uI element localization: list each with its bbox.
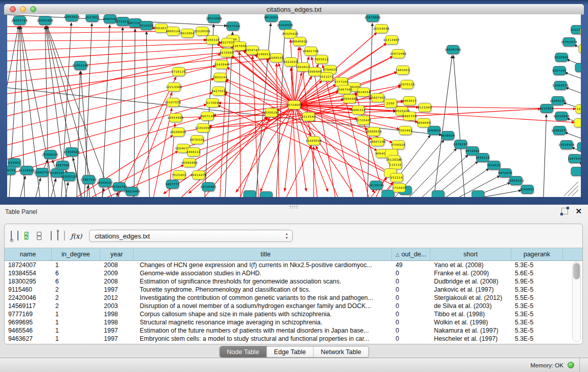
graph-node[interactable]: 9777169 bbox=[334, 78, 349, 86]
graph-node[interactable]: 19166825 bbox=[170, 128, 186, 137]
graph-node[interactable]: 11156829 bbox=[18, 166, 35, 175]
graph-node[interactable]: 2986322 bbox=[351, 106, 365, 115]
delete-column-icon[interactable] bbox=[57, 231, 58, 240]
graph-node[interactable]: 17016504 bbox=[558, 141, 575, 149]
graph-node[interactable]: 9329966 bbox=[554, 53, 569, 62]
graph-node[interactable]: 9245652 bbox=[520, 185, 534, 194]
graph-node[interactable]: 2803144 bbox=[213, 73, 227, 82]
tab-network-table[interactable]: Network Table bbox=[314, 346, 368, 357]
graph-node[interactable]: 9457771 bbox=[165, 180, 180, 189]
graph-node[interactable]: 15720407 bbox=[355, 116, 372, 125]
tab-node-table[interactable]: Node Table bbox=[220, 346, 267, 357]
table-mode-icon[interactable] bbox=[37, 232, 41, 240]
column-header-title[interactable]: title bbox=[134, 248, 392, 260]
graph-node[interactable]: 12213383 bbox=[166, 83, 182, 92]
graph-node[interactable]: 8471676 bbox=[498, 169, 512, 178]
graph-node[interactable]: 2367608 bbox=[232, 42, 247, 51]
graph-node[interactable]: 2718126 bbox=[171, 68, 186, 76]
graph-node[interactable]: 7565492 bbox=[398, 126, 412, 135]
column-header-short[interactable]: short bbox=[430, 248, 511, 260]
graph-node[interactable]: 12213967 bbox=[383, 36, 400, 45]
table-scrollbar[interactable] bbox=[572, 261, 581, 342]
graph-node[interactable] bbox=[244, 191, 256, 198]
table-row[interactable]: 1872400712008Changes of HCN gene express… bbox=[5, 261, 582, 269]
graph-node[interactable]: 939159 bbox=[7, 166, 15, 175]
tab-edge-table[interactable]: Edge Table bbox=[267, 346, 313, 357]
graph-node[interactable]: 20206526 bbox=[42, 150, 58, 159]
graph-node[interactable]: 16033809 bbox=[206, 14, 222, 23]
graph-node[interactable]: 1167534 bbox=[568, 155, 581, 163]
graph-node[interactable]: 935061 bbox=[8, 159, 20, 167]
graph-node[interactable]: 13042757 bbox=[34, 168, 50, 177]
graph-node[interactable]: 9397588 bbox=[55, 161, 70, 170]
graph-node[interactable] bbox=[577, 143, 581, 151]
graph-node[interactable]: 2935114 bbox=[475, 154, 490, 162]
graph-node[interactable]: 10497568 bbox=[336, 85, 353, 94]
graph-node[interactable]: 5875685 bbox=[220, 49, 234, 57]
graph-node[interactable]: 16914479 bbox=[190, 171, 207, 180]
graph-node[interactable]: 7557224 bbox=[226, 22, 240, 31]
create-column-icon[interactable] bbox=[51, 231, 52, 240]
graph-node[interactable]: 1527602 bbox=[85, 14, 99, 22]
table-options-icon[interactable]: ⚙ bbox=[11, 231, 12, 240]
column-header-pagerank[interactable]: pagerank bbox=[511, 248, 563, 260]
graph-node[interactable]: 115132 bbox=[389, 161, 402, 169]
graph-node[interactable]: 16099488 bbox=[181, 159, 198, 167]
graph-node[interactable]: 10654112 bbox=[508, 177, 524, 185]
graph-node[interactable]: 15992971 bbox=[551, 126, 568, 135]
graph-node[interactable]: 7625402 bbox=[172, 171, 186, 180]
table-row[interactable]: 977716911998Corpus callosum shape and si… bbox=[5, 310, 582, 318]
graph-node[interactable]: 12093873 bbox=[552, 81, 569, 90]
table-row[interactable]: 969969511998Structural magnetic resonanc… bbox=[5, 318, 582, 326]
column-header-out-degree[interactable]: △ out_de... bbox=[392, 248, 430, 260]
graph-node[interactable]: 1513545 bbox=[301, 113, 316, 121]
graph-node[interactable]: 16325419 bbox=[282, 30, 298, 38]
graph-node[interactable]: 16640910 bbox=[291, 37, 308, 46]
graph-node[interactable]: 9227341 bbox=[552, 67, 567, 75]
graph-node[interactable]: 9495758 bbox=[402, 112, 417, 121]
graph-node[interactable]: 16154838 bbox=[373, 25, 389, 33]
function-builder-icon[interactable]: ƒ(x) bbox=[71, 232, 82, 240]
close-panel-icon[interactable]: ✕ bbox=[575, 208, 582, 214]
graph-node[interactable]: 1621072 bbox=[319, 73, 334, 81]
graph-node[interactable] bbox=[260, 192, 272, 198]
graph-node[interactable]: 1640954 bbox=[427, 126, 441, 135]
network-canvas-container[interactable]: 2405572420091406106535271527602846616010… bbox=[7, 14, 581, 197]
graph-node[interactable]: 9242844 bbox=[214, 60, 229, 69]
graph-node[interactable]: 8427552 bbox=[211, 87, 226, 96]
graph-node[interactable]: 1733426 bbox=[392, 184, 406, 192]
graph-node[interactable]: 10923468 bbox=[124, 187, 140, 196]
graph-node[interactable]: 8215958 bbox=[539, 104, 554, 113]
graph-node[interactable]: 7515526 bbox=[139, 21, 154, 30]
table-row[interactable]: 1456911722003Disruption of a novel membe… bbox=[5, 302, 582, 310]
graph-node[interactable]: 8867130 bbox=[200, 112, 214, 121]
graph-node[interactable]: 12505115 bbox=[61, 172, 77, 181]
graph-node[interactable]: 16210643 bbox=[553, 112, 570, 121]
graph-node[interactable] bbox=[580, 28, 581, 36]
table-row[interactable]: 911546021997Tourette syndrome. Phenomeno… bbox=[5, 286, 582, 294]
graph-node[interactable]: 19716485 bbox=[200, 183, 216, 191]
graph-node[interactable]: 15218506 bbox=[277, 21, 293, 30]
graph-node[interactable]: 8813054 bbox=[264, 14, 278, 22]
network-canvas[interactable]: 2405572420091406106535271527602846616010… bbox=[7, 14, 581, 197]
graph-node[interactable]: 8938924 bbox=[441, 132, 455, 140]
graph-node[interactable] bbox=[472, 191, 484, 198]
table-select-dropdown[interactable]: citations_edges.txt ▲▼ bbox=[89, 230, 293, 242]
graph-node[interactable]: 9699695 bbox=[417, 119, 431, 127]
table-row[interactable]: 946362711997Embryonic stem cells: a mode… bbox=[5, 335, 582, 343]
graph-node[interactable]: 20564486 bbox=[341, 95, 358, 103]
column-header-year[interactable]: year bbox=[100, 248, 134, 260]
graph-node[interactable]: 15958 bbox=[576, 105, 581, 114]
graph-node[interactable]: 16648784 bbox=[445, 46, 461, 54]
graph-node[interactable]: 10107552 bbox=[165, 98, 181, 107]
table-row[interactable]: 1938455462009Genome-wide association stu… bbox=[5, 269, 582, 277]
graph-node[interactable]: 1111753 bbox=[570, 26, 581, 34]
graph-node[interactable]: 8878334 bbox=[190, 136, 204, 144]
graph-node[interactable]: 18724007 bbox=[286, 101, 302, 110]
table-row[interactable]: 2242004622012Investigating the contribut… bbox=[5, 294, 582, 302]
graph-node[interactable]: 17359924 bbox=[63, 148, 80, 157]
graph-node[interactable] bbox=[571, 167, 581, 176]
graph-node[interactable] bbox=[579, 45, 581, 53]
graph-node[interactable]: 15751074 bbox=[561, 38, 577, 47]
graph-node[interactable] bbox=[574, 119, 581, 127]
